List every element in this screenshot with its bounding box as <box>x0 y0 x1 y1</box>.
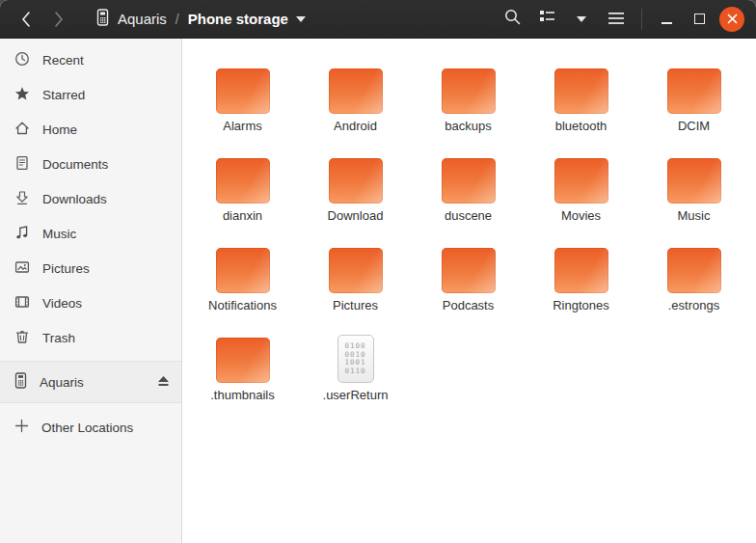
sidebar-item-label: Documents <box>42 157 108 172</box>
phone-icon <box>14 372 27 392</box>
file-label: backups <box>445 119 491 133</box>
breadcrumb-current-label: Phone storage <box>188 11 288 27</box>
folder-icon <box>216 248 270 293</box>
file-item[interactable]: Movies <box>525 144 637 233</box>
folder-icon <box>216 68 270 114</box>
close-button[interactable] <box>717 6 746 33</box>
file-item[interactable]: Pictures <box>299 233 412 323</box>
sidebar-item-label: Other Locations <box>41 421 133 435</box>
folder-icon <box>667 248 721 293</box>
search-button[interactable] <box>497 6 527 33</box>
nav-cluster <box>0 6 75 33</box>
icon-grid: Alarms Android backups bluetooth DCIM di… <box>186 54 756 413</box>
maximize-button[interactable] <box>685 6 714 33</box>
sidebar-item-label: Pictures <box>42 261 90 276</box>
document-icon <box>14 155 30 174</box>
trash-icon <box>14 329 30 347</box>
file-label: bluetooth <box>555 119 608 133</box>
sidebar-item-label: Music <box>42 227 76 241</box>
phone-icon <box>96 9 109 29</box>
search-icon <box>504 9 521 29</box>
sidebar-item-label: Trash <box>42 331 75 345</box>
folder-icon <box>554 68 608 114</box>
file-label: Notifications <box>208 298 277 312</box>
file-item[interactable]: dianxin <box>186 144 299 233</box>
star-icon <box>14 86 30 104</box>
sidebar-item-aquaris-device[interactable]: Aquaris <box>0 362 181 403</box>
file-view[interactable]: Alarms Android backups bluetooth DCIM di… <box>182 39 756 543</box>
sidebar-item-downloads[interactable]: Downloads <box>0 181 181 216</box>
file-item[interactable]: DCIM <box>637 54 750 144</box>
recent-icon <box>14 51 30 69</box>
sidebar-item-label: Downloads <box>42 192 107 206</box>
breadcrumb: Aquaris / Phone storage <box>96 9 306 29</box>
chevron-right-icon <box>54 12 64 27</box>
file-item[interactable]: duscene <box>412 144 525 233</box>
folder-icon <box>554 248 608 293</box>
download-icon <box>14 190 30 208</box>
file-label: dianxin <box>223 208 262 223</box>
folder-icon <box>442 248 496 293</box>
sidebar-item-documents[interactable]: Documents <box>0 147 181 181</box>
sidebar-item-music[interactable]: Music <box>0 216 181 251</box>
file-label: DCIM <box>678 119 710 133</box>
sidebar-item-label: Home <box>42 122 77 137</box>
back-button[interactable] <box>10 6 42 33</box>
folder-icon <box>442 158 496 204</box>
file-item[interactable]: Notifications <box>186 233 299 323</box>
file-item[interactable]: .estrongs <box>637 233 750 323</box>
file-label: Android <box>334 119 377 133</box>
file-label: .estrongs <box>668 298 719 312</box>
file-label: Ringtones <box>553 298 609 312</box>
file-item[interactable]: backups <box>412 54 525 144</box>
sidebar-item-pictures[interactable]: Pictures <box>0 251 181 285</box>
hamburger-menu-icon <box>608 11 624 28</box>
file-label: duscene <box>445 208 492 223</box>
file-item[interactable]: Podcasts <box>412 233 525 323</box>
view-options-button[interactable] <box>566 6 597 33</box>
file-item[interactable]: Music <box>637 144 750 233</box>
forward-button[interactable] <box>42 6 75 33</box>
sidebar-item-other-locations[interactable]: Other Locations <box>0 408 181 447</box>
folder-icon <box>329 248 383 293</box>
menu-button[interactable] <box>601 6 632 33</box>
breadcrumb-separator: / <box>176 12 179 27</box>
folder-icon <box>667 68 721 114</box>
breadcrumb-device[interactable]: Aquaris <box>96 9 167 29</box>
file-label: Movies <box>561 208 601 223</box>
close-icon <box>719 7 744 32</box>
folder-icon <box>554 158 608 204</box>
sidebar-device-label: Aquaris <box>40 375 84 390</box>
breadcrumb-current-location[interactable]: Phone storage <box>188 11 306 27</box>
file-item[interactable]: bluetooth <box>525 54 637 144</box>
maximize-icon <box>694 14 705 24</box>
sidebar-item-label: Starred <box>42 88 85 102</box>
file-label: Music <box>678 208 711 223</box>
file-manager-window: Aquaris / Phone storage <box>0 0 756 543</box>
file-item[interactable]: .thumbnails <box>186 323 299 413</box>
view-list-icon <box>539 10 555 28</box>
file-item[interactable]: Android <box>299 54 412 144</box>
view-list-button[interactable] <box>531 6 562 33</box>
chevron-left-icon <box>21 12 31 27</box>
file-item[interactable]: Alarms <box>186 54 299 144</box>
minimize-button[interactable] <box>652 6 681 33</box>
file-item[interactable]: Ringtones <box>525 233 637 323</box>
folder-icon <box>216 338 270 383</box>
file-item[interactable]: Download <box>299 144 412 233</box>
sidebar-item-starred[interactable]: Starred <box>0 77 181 112</box>
file-label: Pictures <box>333 298 378 312</box>
sidebar-item-trash[interactable]: Trash <box>0 320 181 355</box>
sidebar-item-home[interactable]: Home <box>0 112 181 147</box>
music-note-icon <box>14 225 30 243</box>
sidebar-item-videos[interactable]: Videos <box>0 285 181 320</box>
folder-icon <box>329 68 383 114</box>
headerbar-divider <box>641 9 642 30</box>
file-item[interactable]: 0100 0010 1001 0110 .userReturn <box>299 323 412 413</box>
folder-icon <box>667 158 721 204</box>
folder-icon <box>329 158 383 204</box>
sidebar-item-label: Videos <box>42 296 82 311</box>
eject-icon[interactable] <box>157 375 170 390</box>
sidebar-item-recent[interactable]: Recent <box>0 42 181 77</box>
file-label: .userReturn <box>323 388 389 402</box>
